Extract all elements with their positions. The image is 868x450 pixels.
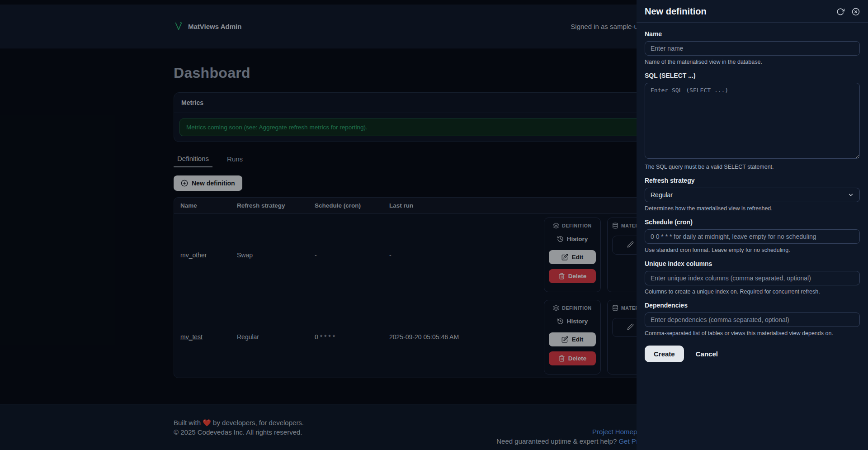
- schedule-input[interactable]: [645, 229, 860, 244]
- close-icon: [852, 8, 860, 16]
- refresh-strategy-select[interactable]: Regular: [645, 188, 860, 202]
- name-help: Name of the materialised view in the dat…: [645, 59, 860, 65]
- refresh-strategy-value: Regular: [651, 191, 673, 199]
- sql-label: SQL (SELECT ...): [645, 72, 860, 79]
- close-button[interactable]: [852, 8, 860, 16]
- schedule-help: Use standard cron format. Leave empty fo…: [645, 247, 860, 253]
- refresh-strategy-help: Determines how the materialised view is …: [645, 205, 860, 212]
- sql-textarea[interactable]: [645, 83, 860, 159]
- new-definition-drawer: New definition Name Name of the material…: [637, 0, 868, 450]
- drawer-title: New definition: [645, 6, 707, 17]
- dependencies-help: Comma-separated list of tables or views …: [645, 330, 860, 336]
- create-button[interactable]: Create: [645, 346, 684, 362]
- drawer-header: New definition: [637, 0, 868, 23]
- dependencies-label: Dependencies: [645, 302, 860, 309]
- name-label: Name: [645, 30, 860, 38]
- cancel-button[interactable]: Cancel: [696, 350, 718, 358]
- refresh-icon: [836, 8, 844, 16]
- drawer-form: Name Name of the materialised view in th…: [637, 23, 868, 362]
- unique-index-label: Unique index columns: [645, 260, 860, 267]
- sql-help: The SQL query must be a valid SELECT sta…: [645, 164, 860, 170]
- schedule-label: Schedule (cron): [645, 218, 860, 226]
- refresh-strategy-label: Refresh strategy: [645, 177, 860, 184]
- name-input[interactable]: [645, 41, 860, 56]
- refresh-button[interactable]: [836, 8, 844, 16]
- chevron-down-icon: [848, 192, 854, 198]
- unique-index-help: Columns to create a unique index on. Req…: [645, 289, 860, 295]
- dependencies-input[interactable]: [645, 313, 860, 327]
- drawer-buttons: Create Cancel: [645, 346, 860, 362]
- unique-index-input[interactable]: [645, 271, 860, 285]
